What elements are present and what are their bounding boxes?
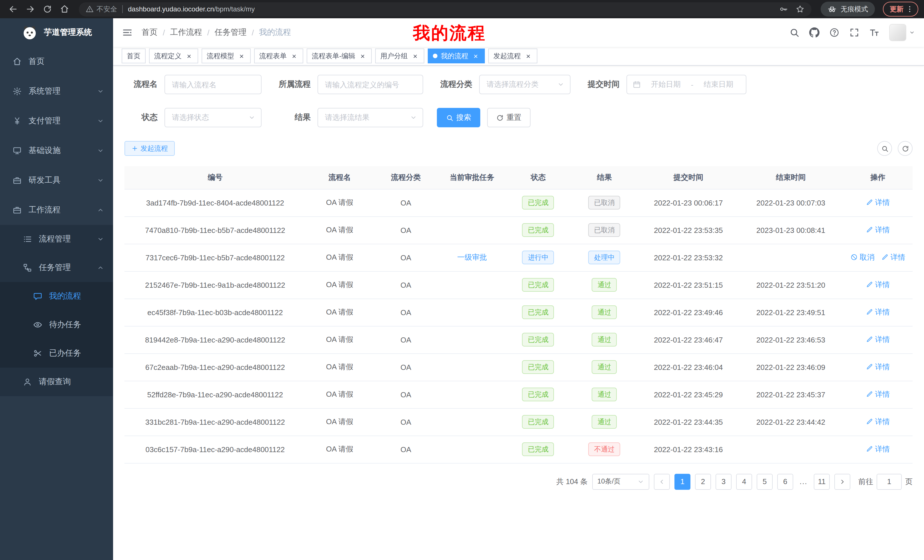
cell-process-name: OA 请假 (306, 244, 374, 271)
sidebar-item-home[interactable]: 首页 (0, 47, 113, 76)
sidebar-item-label: 请假查询 (39, 377, 71, 387)
detail-link[interactable]: 详情 (866, 198, 890, 208)
create-process-button[interactable]: 发起流程 (124, 141, 175, 156)
fullscreen-button[interactable] (849, 27, 860, 38)
cell-actions: 详情 (843, 189, 913, 216)
detail-link[interactable]: 详情 (866, 417, 890, 427)
tab-process-model[interactable]: 流程模型× (202, 48, 251, 63)
tab-close-icon[interactable]: × (411, 52, 419, 60)
page-button-6[interactable]: 6 (777, 473, 793, 490)
sidebar-item-label: 已办任务 (49, 348, 81, 358)
page-ellipsis[interactable]: ... (798, 477, 809, 486)
result-select[interactable]: 请选择流结果 (318, 108, 423, 127)
sidebar-item-payment[interactable]: 支付管理 (0, 106, 113, 136)
status-badge: 已完成 (522, 305, 554, 319)
breadcrumb-item-workflow[interactable]: 工作流程 (170, 27, 202, 38)
detail-link[interactable]: 详情 (866, 307, 890, 317)
sidebar-item-infrastructure[interactable]: 基础设施 (0, 136, 113, 166)
key-icon[interactable] (779, 4, 788, 14)
user-menu[interactable] (889, 24, 915, 41)
sidebar-item-process-management[interactable]: 流程管理 (0, 225, 113, 253)
tab-user-group[interactable]: 用户分组× (375, 48, 424, 63)
detail-link[interactable]: 详情 (866, 334, 890, 345)
tab-close-icon[interactable]: × (290, 52, 298, 60)
app-logo[interactable]: 芋道管理系统 (0, 18, 113, 47)
cell-submit-time: 2022-01-22 23:45:29 (638, 381, 738, 408)
page-button-2[interactable]: 2 (695, 473, 711, 490)
tab-my-process[interactable]: 我的流程× (428, 48, 485, 63)
sidebar-item-todo-task[interactable]: 待办任务 (0, 310, 113, 339)
reload-button[interactable] (40, 2, 55, 16)
status-select[interactable]: 请选择状态 (165, 108, 261, 127)
sidebar-item-system[interactable]: 系统管理 (0, 76, 113, 106)
search-button[interactable]: 搜索 (437, 108, 480, 127)
breadcrumb-item-task-management[interactable]: 任务管理 (215, 27, 247, 38)
sidebar-item-task-management[interactable]: 任务管理 (0, 253, 113, 282)
detail-link[interactable]: 详情 (866, 389, 890, 400)
tab-close-icon[interactable]: × (524, 52, 532, 60)
cancel-link[interactable]: 取消 (850, 252, 874, 263)
tab-close-icon[interactable]: × (238, 52, 246, 60)
page-button-5[interactable]: 5 (757, 473, 772, 490)
chevron-down-icon (909, 30, 915, 35)
sidebar-toggle-button[interactable] (113, 18, 142, 47)
breadcrumb-item-home[interactable]: 首页 (142, 27, 158, 38)
url-text: dashboard.yudao.iocoder.cn/bpm/task/my (128, 5, 255, 13)
question-icon (829, 27, 840, 38)
cell-result: 处理中 (570, 244, 638, 271)
tab-process-form-edit[interactable]: 流程表单-编辑× (307, 48, 372, 63)
page-button-3[interactable]: 3 (716, 473, 732, 490)
edit-icon (866, 418, 873, 425)
tab-close-icon[interactable]: × (472, 52, 480, 60)
detail-link[interactable]: 详情 (866, 225, 890, 235)
page-size-select[interactable]: 10条/页 (592, 473, 650, 490)
current-task-link[interactable]: 一级审批 (457, 252, 487, 263)
detail-link[interactable]: 详情 (882, 252, 906, 263)
detail-link[interactable]: 详情 (866, 444, 890, 454)
security-badge[interactable]: 不安全 (86, 4, 117, 14)
address-bar[interactable]: 不安全 dashboard.yudao.iocoder.cn/bpm/task/… (79, 2, 812, 16)
page-button-11[interactable]: 11 (814, 473, 830, 490)
process-name-input[interactable] (165, 75, 261, 94)
next-page-button[interactable] (834, 473, 850, 490)
detail-link[interactable]: 详情 (866, 280, 890, 290)
page-button-1[interactable]: 1 (675, 473, 690, 490)
tab-process-definition[interactable]: 流程定义× (149, 48, 198, 63)
sidebar-item-done-task[interactable]: 已办任务 (0, 339, 113, 368)
cell-process-name: OA 请假 (306, 298, 374, 326)
github-link[interactable] (809, 27, 819, 38)
category-select[interactable]: 请选择流程分类 (479, 75, 570, 94)
filter-label-status: 状态 (124, 112, 158, 123)
forward-button[interactable] (23, 2, 38, 16)
cell-end-time (738, 436, 843, 463)
back-button[interactable] (6, 2, 21, 16)
font-size-button[interactable] (869, 27, 879, 38)
tab-create-process[interactable]: 发起流程× (488, 48, 537, 63)
prev-page-button[interactable] (654, 473, 670, 490)
process-definition-input[interactable] (318, 75, 423, 94)
tab-close-icon[interactable]: × (185, 52, 193, 60)
update-menu-button[interactable]: 更新 (883, 2, 918, 16)
detail-link[interactable]: 详情 (866, 362, 890, 372)
sidebar-item-leave-query[interactable]: 请假查询 (0, 368, 113, 396)
header-search-button[interactable] (789, 27, 800, 38)
sidebar-item-devtools[interactable]: 研发工具 (0, 166, 113, 195)
tab-process-form[interactable]: 流程表单× (254, 48, 303, 63)
tab-home[interactable]: 首页 (122, 48, 146, 63)
submit-time-range-picker[interactable]: 开始日期 - 结束日期 (627, 75, 746, 94)
toggle-search-button[interactable] (877, 141, 892, 156)
refresh-table-button[interactable] (898, 141, 913, 156)
browser-home-button[interactable] (57, 2, 72, 16)
bookmark-star-icon[interactable] (795, 4, 805, 14)
tab-close-icon[interactable]: × (358, 52, 367, 60)
goto-page-input[interactable] (877, 473, 902, 490)
user-icon (23, 377, 32, 386)
reset-button[interactable]: 重置 (487, 108, 531, 127)
cell-status: 已完成 (506, 353, 570, 381)
help-button[interactable] (829, 27, 840, 38)
status-placeholder: 请选择状态 (172, 112, 209, 123)
sidebar-item-my-process[interactable]: 我的流程 (0, 282, 113, 310)
edit-icon (866, 391, 873, 398)
page-button-4[interactable]: 4 (736, 473, 752, 490)
sidebar-item-workflow[interactable]: 工作流程 (0, 195, 113, 225)
